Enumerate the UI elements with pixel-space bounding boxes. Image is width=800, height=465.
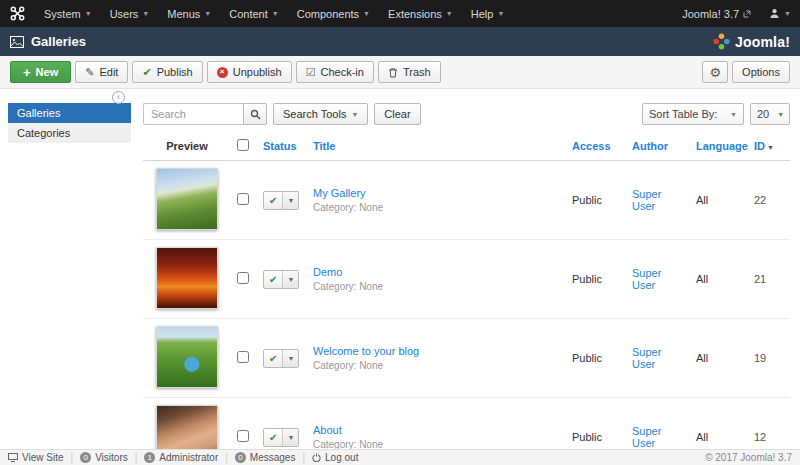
menu-system-label: System [44, 8, 81, 20]
status-dropdown-caret[interactable]: ▼ [282, 271, 298, 288]
status-dropdown-caret[interactable]: ▼ [282, 429, 298, 446]
messages-label: Messages [250, 452, 296, 463]
toolbar-actions: + New ✎ Edit ✔ Publish × Unpublish ☑ Che… [10, 61, 441, 83]
search-button[interactable] [243, 103, 267, 125]
col-header-id[interactable]: ID [754, 140, 765, 152]
col-header-author[interactable]: Author [632, 140, 668, 152]
page-size-select[interactable]: 20 ▼ [750, 103, 790, 125]
unpublish-button[interactable]: × Unpublish [207, 61, 292, 83]
published-check-icon: ✔ [264, 350, 282, 367]
joomla-logo-icon[interactable] [0, 0, 35, 27]
status-publish-button[interactable]: ✔ ▼ [263, 349, 299, 368]
checkin-icon: ☑ [306, 67, 316, 78]
publish-button[interactable]: ✔ Publish [132, 61, 202, 83]
view-site-label: View Site [22, 452, 64, 463]
menu-menus[interactable]: Menus▼ [158, 0, 220, 27]
table-row: ✔ ▼ Welcome to your blog Category: None … [143, 319, 790, 398]
menu-users-label: Users [110, 8, 139, 20]
toolbar-settings: ⚙ Options [702, 61, 790, 83]
row-checkbox[interactable] [237, 272, 249, 284]
author-link[interactable]: Super User [632, 425, 661, 449]
joomla-brand-mark-icon [713, 33, 730, 50]
status-publish-button[interactable]: ✔ ▼ [263, 428, 299, 447]
select-all-checkbox[interactable] [237, 139, 249, 151]
options-button[interactable]: Options [732, 61, 790, 83]
menu-components[interactable]: Components▼ [288, 0, 379, 27]
row-checkbox[interactable] [237, 430, 249, 442]
search-input[interactable] [143, 103, 243, 125]
new-button[interactable]: + New [10, 61, 71, 83]
trash-button[interactable]: Trash [378, 61, 441, 83]
author-link[interactable]: Super User [632, 267, 661, 291]
status-separator: | [135, 452, 138, 463]
unpublish-button-label: Unpublish [233, 66, 282, 78]
gallery-thumbnail-landscape[interactable] [156, 168, 218, 230]
menu-content-label: Content [229, 8, 268, 20]
language-cell: All [690, 240, 748, 319]
table-row: ✔ ▼ My Gallery Category: None Public Sup… [143, 161, 790, 240]
status-publish-button[interactable]: ✔ ▼ [263, 270, 299, 289]
chevron-down-icon: ▼ [363, 10, 370, 17]
new-button-label: New [36, 66, 59, 78]
status-bar-items: View Site | 0 Visitors | 1 Administrator… [8, 452, 358, 463]
id-cell: 22 [748, 161, 790, 240]
messages-link[interactable]: 0 Messages [235, 452, 296, 463]
sidebar-item-categories[interactable]: Categories [8, 123, 131, 143]
search-controls: Search Tools ▼ Clear [143, 103, 421, 125]
user-icon [769, 8, 780, 19]
col-header-language[interactable]: Language [696, 140, 748, 152]
sort-table-value: Sort Table By: [649, 108, 717, 120]
gallery-title-link[interactable]: My Gallery [313, 187, 366, 199]
menu-content[interactable]: Content▼ [220, 0, 287, 27]
search-icon [250, 109, 261, 120]
administrator-link[interactable]: 1 Administrator [144, 452, 218, 463]
gallery-thumbnail-golf[interactable] [156, 326, 218, 388]
menu-extensions[interactable]: Extensions▼ [379, 0, 462, 27]
visitors-link[interactable]: 0 Visitors [80, 452, 128, 463]
logout-link[interactable]: Log out [312, 452, 358, 463]
sort-table-select[interactable]: Sort Table By: ▼ [642, 103, 744, 125]
menu-users[interactable]: Users▼ [101, 0, 159, 27]
status-publish-button[interactable]: ✔ ▼ [263, 191, 299, 210]
col-header-title[interactable]: Title [313, 140, 335, 152]
messages-count-badge: 0 [235, 452, 246, 463]
user-menu[interactable]: ▼ [760, 0, 800, 27]
gallery-thumbnail-sunset[interactable] [156, 247, 218, 309]
checkin-button[interactable]: ☑ Check-in [296, 61, 374, 83]
clear-button[interactable]: Clear [374, 103, 420, 125]
menu-components-label: Components [297, 8, 359, 20]
monitor-icon [8, 453, 18, 462]
row-checkbox[interactable] [237, 351, 249, 363]
edit-button[interactable]: ✎ Edit [75, 61, 128, 83]
status-dropdown-caret[interactable]: ▼ [282, 192, 298, 209]
view-site-link[interactable]: View Site [8, 452, 64, 463]
status-dropdown-caret[interactable]: ▼ [282, 350, 298, 367]
gallery-title-link[interactable]: About [313, 424, 342, 436]
joomla-brand-label: Joomla! [735, 34, 790, 50]
main-panel: Search Tools ▼ Clear Sort Table By: ▼ 20… [131, 103, 790, 465]
admin-status-bar: View Site | 0 Visitors | 1 Administrator… [0, 449, 800, 465]
col-header-access[interactable]: Access [572, 140, 611, 152]
search-tools-button[interactable]: Search Tools ▼ [273, 103, 368, 125]
external-link-icon [743, 10, 751, 18]
gallery-title-link[interactable]: Demo [313, 266, 342, 278]
menu-help[interactable]: Help▼ [462, 0, 514, 27]
author-link[interactable]: Super User [632, 188, 661, 212]
menu-system[interactable]: System▼ [35, 0, 101, 27]
site-preview-link[interactable]: Joomla! 3.7 [673, 0, 760, 27]
chevron-down-icon: ▼ [777, 111, 784, 118]
col-header-status[interactable]: Status [263, 140, 297, 152]
gallery-title-link[interactable]: Welcome to your blog [313, 345, 419, 357]
component-header: Galleries Joomla! [0, 27, 800, 56]
sidebar-collapse-toggle[interactable]: ‹ [112, 91, 125, 104]
gear-button[interactable]: ⚙ [702, 61, 728, 83]
sidebar-item-galleries[interactable]: Galleries [8, 103, 131, 123]
publish-button-label: Publish [157, 66, 193, 78]
page-size-value: 20 [757, 108, 769, 120]
chevron-down-icon: ▼ [497, 10, 504, 17]
author-link[interactable]: Super User [632, 346, 661, 370]
row-checkbox[interactable] [237, 193, 249, 205]
options-button-label: Options [742, 66, 780, 78]
administrator-label: Administrator [159, 452, 218, 463]
language-cell: All [690, 161, 748, 240]
